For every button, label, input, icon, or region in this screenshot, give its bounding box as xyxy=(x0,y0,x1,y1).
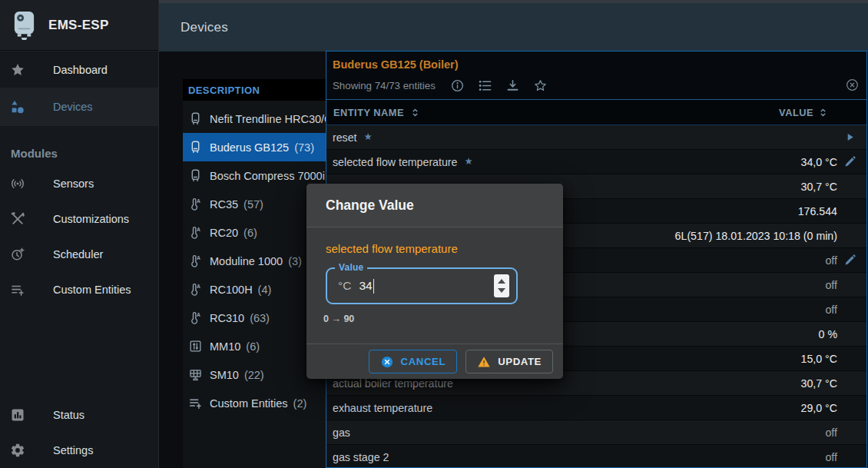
table-row: gas stage 2 off xyxy=(326,445,866,467)
entity-value: 15,0 °C xyxy=(801,353,837,365)
showing-entities-label: Showing 74/73 entities xyxy=(333,80,436,91)
sidebar-item-settings[interactable]: Settings xyxy=(0,433,158,468)
spinner-down-icon[interactable] xyxy=(498,288,505,293)
spinner-up-icon[interactable] xyxy=(498,279,505,284)
device-entity-count: (6) xyxy=(246,340,260,353)
device-item-custom-entities[interactable]: Custom Entities (2) xyxy=(183,389,327,417)
sort-icon[interactable] xyxy=(817,107,829,118)
favorite-star-icon: ★ xyxy=(464,157,472,167)
update-button[interactable]: UPDATE xyxy=(465,350,553,373)
sidebar-item-custom-entities[interactable]: Custom Entities xyxy=(0,272,158,307)
entity-name: exhaust temperature xyxy=(333,402,432,414)
sidebar-item-customizations[interactable]: Customizations xyxy=(0,201,158,237)
sidebar-item-label: Sensors xyxy=(53,178,94,190)
device-item-rc35[interactable]: A RC35 (57) xyxy=(183,190,327,218)
entity-panel-toolbar: Showing 74/73 entities xyxy=(333,78,857,93)
device-item-rc310[interactable]: A RC310 (63) xyxy=(183,304,327,332)
app-title: EMS-ESP xyxy=(48,18,109,33)
device-label: Nefit Trendline HRC30/C xyxy=(210,113,327,125)
device-item-mm10[interactable]: MM10 (6) xyxy=(183,332,327,360)
device-label: Custom Entities xyxy=(210,397,288,410)
sidebar-item-label: Status xyxy=(53,409,84,421)
svg-text:A: A xyxy=(197,284,200,289)
device-entity-count: (22) xyxy=(244,369,264,381)
solar-icon xyxy=(188,367,203,382)
list-plus-icon xyxy=(10,282,25,297)
thermostat-icon: A xyxy=(188,225,203,240)
table-row: reset ★ xyxy=(326,125,866,150)
device-item-nefit-trendline-hrc30-c[interactable]: Nefit Trendline HRC30/C xyxy=(183,105,327,133)
star-outline-icon[interactable] xyxy=(533,78,548,93)
dialog-footer: CANCEL UPDATE xyxy=(306,344,563,379)
entity-value: 34,0 °C xyxy=(801,156,837,168)
sidebar-item-scheduler[interactable]: Scheduler xyxy=(0,237,158,272)
entity-value: 30,7 °C xyxy=(801,181,837,193)
device-entity-count: (63) xyxy=(250,312,270,324)
entity-value: off xyxy=(825,304,837,316)
entity-panel-header: Buderus GB125 (Boiler) Showing 74/73 ent… xyxy=(326,51,866,100)
entity-value: off xyxy=(825,254,837,267)
sort-icon[interactable] xyxy=(409,107,421,118)
device-item-buderus-gb125[interactable]: Buderus GB125 (73) xyxy=(183,133,327,161)
sidebar-modules: Sensors Customizations Scheduler Custom … xyxy=(0,166,158,307)
device-item-moduline-1000[interactable]: A Moduline 1000 (3) xyxy=(183,247,327,275)
device-item-sm10[interactable]: SM10 (22) xyxy=(183,360,327,389)
sidebar-item-devices[interactable]: Devices xyxy=(0,88,158,126)
entity-name-column-header[interactable]: ENTITY NAME xyxy=(333,107,779,118)
value-column-header[interactable]: VALUE xyxy=(779,107,829,118)
sidebar-item-sensors[interactable]: Sensors xyxy=(0,166,158,201)
sidebar-item-label: Custom Entities xyxy=(53,284,131,296)
clock-plus-icon xyxy=(10,247,25,262)
list-view-icon[interactable] xyxy=(478,78,492,93)
sidebar-footer: Status Settings xyxy=(0,397,158,468)
device-item-rc20[interactable]: A RC20 (6) xyxy=(183,218,327,247)
device-label: Bosch Compress 7000i xyxy=(210,170,325,182)
device-item-bosch-compress-7000i[interactable]: Bosch Compress 7000i xyxy=(183,161,327,190)
svg-text:A: A xyxy=(197,227,200,232)
svg-text:A: A xyxy=(197,255,200,261)
edit-pencil-icon[interactable] xyxy=(843,155,856,168)
svg-text:A: A xyxy=(197,198,200,204)
entity-value: 29,0 °C xyxy=(801,402,837,414)
value-input-label: Value xyxy=(335,262,367,273)
value-input-text: 34 xyxy=(359,279,372,293)
edit-pencil-icon[interactable] xyxy=(843,254,856,267)
list-plus-icon xyxy=(188,396,203,410)
device-entity-count: (6) xyxy=(244,227,257,239)
shapes-icon xyxy=(10,99,25,115)
dialog-title: Change Value xyxy=(326,197,414,214)
top-header-bar: Devices xyxy=(159,3,868,51)
device-item-rc100h[interactable]: A RC100H (4) xyxy=(183,275,327,304)
sidebar-nav: Dashboard Devices xyxy=(0,51,158,126)
info-icon[interactable] xyxy=(450,78,465,93)
sidebar-item-dashboard[interactable]: Dashboard xyxy=(0,51,158,88)
device-label: RC100H xyxy=(210,284,253,296)
text-cursor xyxy=(373,279,375,294)
dialog-header: Change Value xyxy=(306,184,563,227)
run-command-icon[interactable] xyxy=(843,131,856,144)
device-label: RC310 xyxy=(210,312,244,324)
unit-label: °C xyxy=(338,279,351,293)
page-title: Devices xyxy=(159,20,228,35)
sidebar-item-status[interactable]: Status xyxy=(0,397,158,433)
table-row: exhaust temperature 29,0 °C xyxy=(326,396,866,420)
cancel-button[interactable]: CANCEL xyxy=(369,350,458,373)
device-entity-count: (2) xyxy=(293,397,307,410)
value-input[interactable]: Value °C 34 xyxy=(326,267,518,304)
gear-icon xyxy=(10,443,25,458)
value-range-hint: 0 → 90 xyxy=(323,314,544,324)
close-panel-icon[interactable] xyxy=(845,78,860,92)
device-label: RC35 xyxy=(210,198,238,211)
device-list-header[interactable]: DESCRIPTION xyxy=(183,79,327,101)
star-icon xyxy=(10,62,25,78)
entity-panel-title: Buderus GB125 (Boiler) xyxy=(333,58,857,71)
sidebar-item-label: Scheduler xyxy=(53,248,103,261)
ems-esp-app: EMS-ESP Dashboard Devices Modules Sensor… xyxy=(0,0,868,468)
thermostat-icon: A xyxy=(188,254,203,268)
entity-value: off xyxy=(825,451,837,463)
download-icon[interactable] xyxy=(505,78,520,93)
signal-icon xyxy=(10,176,25,191)
entity-value: off xyxy=(825,279,837,291)
device-entity-count: (73) xyxy=(294,141,314,154)
device-label: MM10 xyxy=(210,340,240,353)
